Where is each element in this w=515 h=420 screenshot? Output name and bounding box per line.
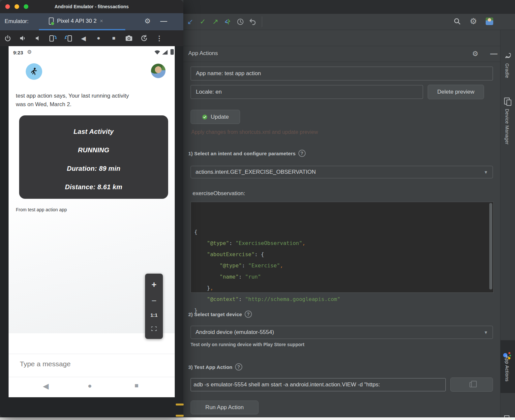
- step1-help-icon[interactable]: ?: [298, 150, 306, 157]
- adb-command-field[interactable]: [191, 378, 446, 391]
- window-title: Android Emulator - fitnessactions: [55, 4, 129, 9]
- volume-up-icon[interactable]: [15, 34, 30, 42]
- intent-dropdown[interactable]: actions.intent.GET_EXERCISE_OBSERVATION …: [191, 166, 493, 178]
- nav-overview-icon[interactable]: ■: [135, 382, 138, 389]
- card-distance: Distance: 8.61 km: [19, 183, 168, 191]
- rotate-right-icon[interactable]: [61, 34, 76, 42]
- volume-down-icon[interactable]: [30, 35, 45, 42]
- update-check-icon: [202, 114, 208, 120]
- copy-icon: [470, 382, 474, 387]
- rotate-left-icon[interactable]: [45, 34, 61, 42]
- sidebar-tab-app-actions[interactable]: App Actions: [504, 355, 510, 381]
- fit-screen-icon[interactable]: [150, 325, 158, 332]
- step1-label: 1) Select an intent and configure parame…: [188, 150, 306, 157]
- panel-title: App Actions: [188, 50, 218, 57]
- step2-help-icon[interactable]: ?: [245, 311, 252, 318]
- update-button[interactable]: Update: [191, 110, 240, 124]
- back-icon[interactable]: ◀: [76, 35, 91, 42]
- wifi-icon: [154, 50, 160, 55]
- emulator-gear-icon[interactable]: ⚙: [144, 17, 151, 25]
- zoom-in-button[interactable]: +: [151, 280, 156, 289]
- signal-icon: [162, 50, 168, 55]
- zoom-traffic-light[interactable]: [24, 4, 28, 9]
- minimize-traffic-light[interactable]: [15, 4, 19, 9]
- more-options-icon[interactable]: ⋮: [152, 34, 167, 42]
- locale-field[interactable]: [191, 85, 423, 99]
- card-title: Last Activity: [19, 128, 168, 135]
- status-gear-icon: ⚙: [27, 49, 32, 55]
- chevron-down-icon: ▼: [484, 170, 488, 175]
- toolbar-separator: [262, 16, 262, 27]
- virtual-device-icon: [49, 17, 54, 25]
- emulator-window: Android Emulator - fitnessactions Emulat…: [0, 0, 183, 417]
- update-project-icon[interactable]: ↙: [184, 17, 197, 27]
- message-input[interactable]: [20, 360, 119, 368]
- copy-command-button[interactable]: [450, 377, 493, 392]
- device-manager-icon[interactable]: [504, 98, 511, 105]
- panel-header-divider: [183, 62, 500, 62]
- emulator-tab-bar: Emulator: Pixel 4 API 30 2 × ⚙ —: [0, 13, 183, 30]
- app-avatar: [26, 63, 42, 80]
- apply-changes-icon[interactable]: [222, 17, 234, 27]
- commit-check-icon[interactable]: ✓: [197, 17, 209, 27]
- device-hint-text: Test only on running device with Play St…: [191, 342, 304, 347]
- activity-card[interactable]: Last Activity RUNNING Duration: 89 min D…: [19, 115, 168, 199]
- editor-scrollbar[interactable]: [489, 203, 492, 289]
- delete-preview-button[interactable]: Delete preview: [428, 85, 484, 99]
- status-time: 9:23: [13, 50, 23, 55]
- app-name-field[interactable]: [191, 67, 493, 80]
- close-traffic-light[interactable]: [5, 4, 10, 9]
- snapshots-icon[interactable]: [136, 34, 152, 42]
- card-activity: RUNNING: [19, 146, 168, 154]
- profile-avatar[interactable]: [486, 17, 493, 25]
- battery-icon: [170, 49, 174, 55]
- screenshot-root: ↙ ✓ ↗ ⚙: [0, 0, 515, 420]
- divider: [9, 377, 175, 377]
- rollback-undo-icon[interactable]: [247, 17, 259, 27]
- user-avatar: [151, 64, 166, 78]
- emulator-label: Emulator:: [5, 18, 29, 25]
- json-editor[interactable]: { "@type": "ExerciseObservation", "about…: [191, 202, 494, 293]
- step2-label: 2) Select target device ?: [188, 311, 252, 318]
- screenshot-camera-icon[interactable]: [121, 35, 136, 42]
- gold-marker-top: [176, 404, 184, 405]
- nav-back-icon[interactable]: ◀: [43, 382, 49, 391]
- json-editor-code: { "@type": "ExerciseObservation", "about…: [194, 226, 493, 316]
- emulator-control-bar: ◀ ● ■ ⋮: [0, 30, 183, 46]
- nav-home-icon[interactable]: ●: [88, 382, 92, 390]
- step3-label: 3) Test App Action ?: [188, 363, 242, 371]
- search-icon[interactable]: [453, 17, 461, 25]
- gold-marker-bottom: [176, 415, 184, 417]
- history-clock-icon[interactable]: [234, 17, 247, 27]
- zoom-control-panel: + − 1:1: [145, 274, 163, 339]
- source-caption: From test app action app: [16, 207, 67, 212]
- param-label: exerciseObservation:: [193, 190, 245, 197]
- sidebar-tab-gradle[interactable]: Gradle: [504, 63, 510, 78]
- sidebar-tab-device-manager[interactable]: Device Manager: [504, 109, 510, 145]
- assistant-message: test app action says, Your last running …: [16, 92, 154, 108]
- panel-gear-icon[interactable]: ⚙: [472, 50, 478, 58]
- emulator-minimize-icon[interactable]: —: [160, 17, 167, 25]
- gradle-icon[interactable]: [503, 52, 512, 59]
- zoom-out-button[interactable]: −: [151, 296, 156, 305]
- studio-top-strip: [183, 0, 515, 14]
- power-icon[interactable]: [0, 35, 15, 42]
- overview-icon[interactable]: ■: [106, 35, 121, 41]
- home-icon[interactable]: ●: [91, 35, 106, 42]
- card-duration: Duration: 89 min: [19, 165, 168, 172]
- zoom-ratio-button[interactable]: 1:1: [150, 313, 158, 317]
- step3-help-icon[interactable]: ?: [235, 363, 242, 371]
- update-hint-text: Apply changes from shortcuts.xml and upd…: [191, 129, 318, 135]
- panel-minimize-icon[interactable]: —: [490, 49, 498, 58]
- run-app-action-button[interactable]: Run App Action: [191, 401, 258, 414]
- runner-icon: [29, 67, 39, 76]
- device-tab[interactable]: Pixel 4 API 30 2 ×: [49, 17, 103, 25]
- tab-close-icon[interactable]: ×: [100, 18, 103, 24]
- device-tab-label: Pixel 4 API 30 2: [57, 18, 97, 24]
- device-dropdown[interactable]: Android device (emulator-5554) ▼: [191, 326, 493, 339]
- emulator-titlebar[interactable]: Android Emulator - fitnessactions: [0, 0, 183, 13]
- desktop-strip: [0, 417, 515, 420]
- push-arrow-icon[interactable]: ↗: [209, 17, 222, 27]
- phone-screen: 9:23 ⚙ test app action says, Your last: [9, 46, 175, 397]
- settings-gear-icon[interactable]: ⚙: [470, 16, 477, 26]
